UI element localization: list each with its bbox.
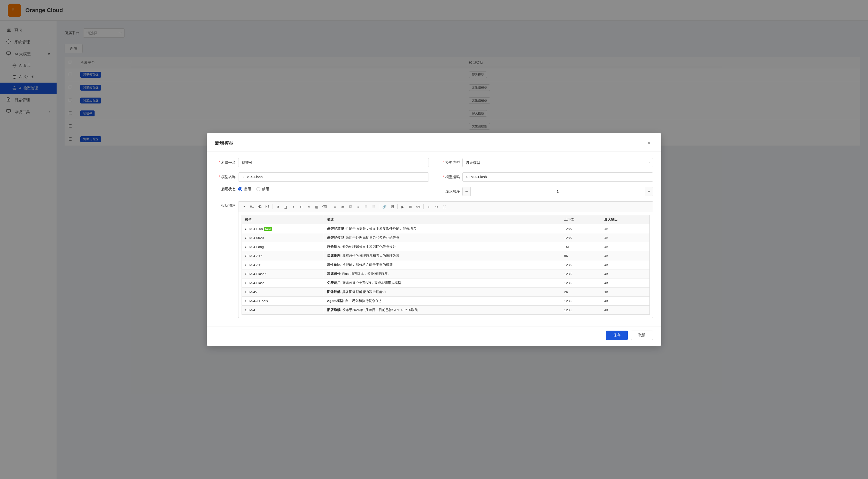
modal-body: 所属平台 智谱AI 模型类型 聊天模型 模型名称 模型编码 [207, 152, 661, 326]
col-output: 最大输出 [601, 215, 650, 224]
code-label: 模型编码 [439, 175, 460, 179]
modal-header: 新增模型 ✕ [207, 133, 661, 152]
name-input[interactable] [238, 172, 429, 182]
platform-group: 所属平台 智谱AI [215, 158, 429, 167]
italic-btn[interactable]: I [290, 203, 297, 210]
strikethrough-btn[interactable]: S [298, 203, 305, 210]
model-table-row: GLM-4-0520高智能模型: 适用于处理高度复杂和多样化的任务128K4K [242, 233, 650, 242]
ol-btn[interactable]: ≔ [339, 203, 346, 210]
h1-btn[interactable]: H1 [248, 203, 255, 210]
sep2 [330, 204, 330, 209]
model-output-cell: 4K [601, 269, 650, 278]
desc-bold: 超长输入 [327, 245, 340, 248]
model-desc-cell: 超长输入: 专为处理超长文本和记忆化任务设计 [324, 242, 561, 251]
modal-footer: 保存 取消 [207, 326, 661, 346]
desc-bold: 高速低价 [327, 272, 340, 276]
order-label: 显示顺序 [439, 189, 460, 194]
cancel-button[interactable]: 取消 [631, 331, 653, 340]
desc-bold: 高智能模型 [327, 236, 344, 240]
platform-select[interactable]: 智谱AI [238, 158, 429, 167]
model-output-cell: 4K [601, 224, 650, 233]
model-table-row: GLM-4-Long超长输入: 专为处理超长文本和记忆化任务设计1M4K [242, 242, 650, 251]
task-btn[interactable]: ☑ [347, 203, 354, 210]
model-desc-cell: 图像理解: 具备图像理解能力和推理能力 [324, 287, 561, 297]
model-output-cell: 4K [601, 261, 650, 269]
model-context-cell: 1M [561, 242, 601, 251]
bold-btn[interactable]: B [274, 203, 282, 210]
type-select[interactable]: 聊天模型 [462, 158, 653, 167]
eraser-btn[interactable]: ⌫ [321, 203, 328, 210]
model-name-cell: GLM-4 [242, 306, 324, 315]
highlight-btn[interactable]: ▦ [313, 203, 320, 210]
h3-btn[interactable]: H3 [264, 203, 271, 210]
model-name-cell: GLM-4-Long [242, 242, 324, 251]
desc-bold: 高智能旗舰 [327, 227, 344, 231]
order-increment-button[interactable]: + [645, 187, 653, 196]
model-table-row: GLM-4-PlusNew高智能旗舰: 性能全面提升，长文本和复杂任务能力显著增… [242, 224, 650, 233]
col-model: 模型 [242, 215, 324, 224]
code-input[interactable] [462, 172, 653, 182]
model-table-row: GLM-4-AirX极速推理: 具有超快的推理速度和强大的推理效果8K4K [242, 251, 650, 261]
desc-label: 模型描述 [215, 201, 236, 208]
model-output-cell: 4K [601, 251, 650, 261]
save-button[interactable]: 保存 [606, 331, 628, 340]
sep1 [273, 204, 273, 209]
order-decrement-button[interactable]: − [462, 187, 471, 196]
editor-content-area[interactable]: 模型 描述 上下文 最大输出 GLM-4-PlusNew高智能旗舰: 性能全面提… [238, 212, 653, 318]
desc-row: 模型描述 ❝ H1 H2 H3 B U I S A ▦ ⌫ ≡ [215, 201, 653, 318]
model-context-cell: 128K [561, 261, 601, 269]
model-context-cell: 128K [561, 306, 601, 315]
model-desc-cell: 免费调用: 智谱AI首个免费API，零成本调用大模型。 [324, 278, 561, 287]
undo-btn[interactable]: ↩ [425, 203, 432, 210]
model-name-cell: GLM-4-FlashX [242, 269, 324, 278]
ul-btn[interactable]: ≡ [332, 203, 339, 210]
fullscreen-btn[interactable]: ⛶ [441, 203, 448, 210]
form-row-1: 所属平台 智谱AI 模型类型 聊天模型 [215, 158, 653, 167]
form-row-2: 模型名称 模型编码 [215, 172, 653, 182]
table-btn[interactable]: ⊞ [407, 203, 414, 210]
model-context-cell: 8K [561, 251, 601, 261]
model-name-cell: GLM-4-0520 [242, 233, 324, 242]
disable-radio[interactable] [256, 187, 260, 191]
align-right-btn[interactable]: ☷ [370, 203, 377, 210]
enable-radio[interactable] [238, 187, 242, 191]
redo-btn[interactable]: ↪ [433, 203, 440, 210]
order-input[interactable] [471, 187, 645, 196]
link-btn[interactable]: 🔗 [381, 203, 388, 210]
quote-btn[interactable]: ❝ [241, 203, 248, 210]
color-btn[interactable]: A [305, 203, 313, 210]
editor-container: ❝ H1 H2 H3 B U I S A ▦ ⌫ ≡ ≔ ☑ ≡ [238, 201, 653, 318]
model-desc-cell: 极速推理: 具有超快的推理速度和强大的推理效果 [324, 251, 561, 261]
align-left-btn[interactable]: ≡ [355, 203, 362, 210]
modal-close-button[interactable]: ✕ [645, 139, 653, 147]
form-row-3: 启用状态 启用 禁用 显示顺序 − + [215, 187, 653, 196]
model-desc-cell: 高智能模型: 适用于处理高度复杂和多样化的任务 [324, 233, 561, 242]
align-center-btn[interactable]: ☰ [363, 203, 370, 210]
model-context-cell: 128K [561, 297, 601, 306]
model-output-cell: 4K [601, 242, 650, 251]
desc-bold: Agent模型 [327, 299, 343, 303]
model-name-cell: GLM-4-AllTools [242, 297, 324, 306]
status-disable-option[interactable]: 禁用 [256, 187, 269, 192]
h2-btn[interactable]: H2 [256, 203, 263, 210]
model-context-cell: 128K [561, 278, 601, 287]
name-group: 模型名称 [215, 172, 429, 182]
model-name-cell: GLM-4V [242, 287, 324, 297]
video-btn[interactable]: ▶ [399, 203, 406, 210]
model-context-cell: 2K [561, 287, 601, 297]
model-name-cell: GLM-4-AirX [242, 251, 324, 261]
model-output-cell: 4K [601, 233, 650, 242]
col-desc: 描述 [324, 215, 561, 224]
model-output-cell: 4K [601, 278, 650, 287]
status-enable-option[interactable]: 启用 [238, 187, 251, 192]
model-name-cell: GLM-4-PlusNew [242, 224, 324, 233]
underline-btn[interactable]: U [282, 203, 289, 210]
code-group: 模型编码 [439, 172, 653, 182]
code-btn[interactable]: </> [414, 203, 422, 210]
image-btn[interactable]: 🖼 [389, 203, 396, 210]
desc-bold: 图像理解 [327, 290, 340, 294]
desc-bold: 高性价比 [327, 263, 340, 267]
model-desc-cell: 高性价比: 推理能力和价格之间最平衡的模型 [324, 261, 561, 269]
sep4 [397, 204, 398, 209]
platform-label: 所属平台 [215, 160, 236, 165]
